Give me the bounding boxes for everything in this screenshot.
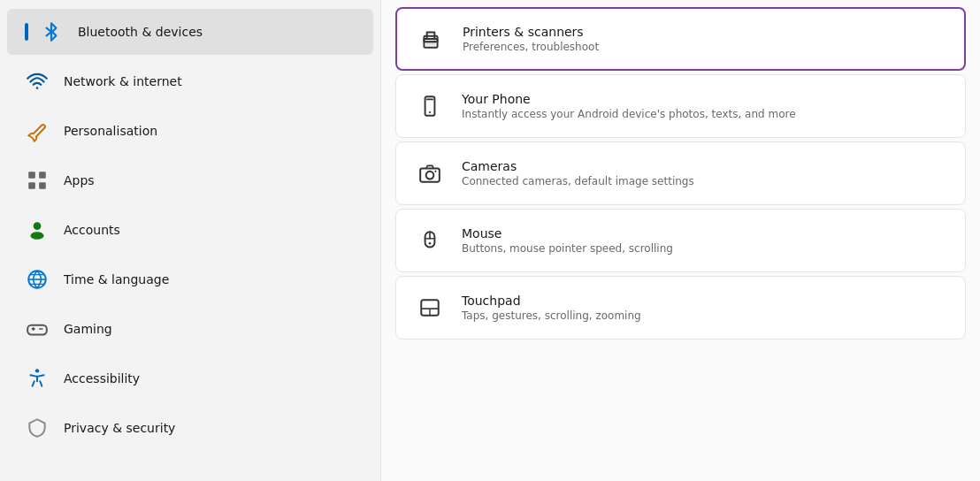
sidebar-item-privacy-security[interactable]: Privacy & security <box>7 405 373 451</box>
svg-rect-1 <box>28 172 35 179</box>
sidebar-item-apps[interactable]: Apps <box>7 157 373 203</box>
sidebar-item-label: Privacy & security <box>64 421 175 435</box>
svg-point-17 <box>429 111 431 113</box>
card-subtitle: Instantly access your Android device's p… <box>462 108 796 120</box>
apps-icon <box>25 168 50 193</box>
svg-point-10 <box>41 328 42 330</box>
card-title: Cameras <box>462 159 694 173</box>
sidebar-item-label: Time & language <box>64 272 169 286</box>
card-text-mouse: Mouse Buttons, mouse pointer speed, scro… <box>462 226 673 255</box>
sidebar-item-time-language[interactable]: Time & language <box>7 256 373 302</box>
card-text-your-phone: Your Phone Instantly access your Android… <box>462 92 796 120</box>
sidebar-item-gaming[interactable]: Gaming <box>7 306 373 352</box>
card-mouse[interactable]: Mouse Buttons, mouse pointer speed, scro… <box>395 209 966 272</box>
touchpad-icon <box>414 292 446 324</box>
phone-icon <box>414 90 446 122</box>
shield-icon <box>25 416 50 440</box>
wifi-icon <box>25 69 50 94</box>
sidebar-item-label: Network & internet <box>64 74 182 88</box>
svg-point-11 <box>35 369 39 372</box>
globe-icon <box>25 267 50 292</box>
card-text-printers-scanners: Printers & scanners Preferences, trouble… <box>463 25 599 53</box>
card-subtitle: Preferences, troubleshoot <box>463 41 599 53</box>
sidebar-item-label: Accessibility <box>64 371 140 386</box>
active-indicator <box>25 23 28 41</box>
main-content: Printers & scanners Preferences, trouble… <box>380 0 980 481</box>
svg-point-9 <box>39 328 41 330</box>
svg-rect-2 <box>39 172 46 179</box>
accessibility-icon <box>25 366 50 391</box>
svg-rect-3 <box>28 182 35 189</box>
svg-rect-4 <box>39 182 46 189</box>
card-title: Your Phone <box>462 92 796 106</box>
sidebar-item-network-internet[interactable]: Network & internet <box>7 58 373 104</box>
sidebar-item-label: Accounts <box>64 223 120 237</box>
card-text-touchpad: Touchpad Taps, gestures, scrolling, zoom… <box>462 294 641 322</box>
card-title: Mouse <box>462 226 673 240</box>
sidebar-item-bluetooth-devices[interactable]: Bluetooth & devices <box>7 9 373 55</box>
card-text-cameras: Cameras Connected cameras, default image… <box>462 159 694 187</box>
card-title: Printers & scanners <box>463 25 599 39</box>
svg-point-5 <box>34 222 42 230</box>
sidebar-item-label: Personalisation <box>64 124 157 138</box>
svg-rect-8 <box>27 325 47 335</box>
brush-icon <box>25 118 50 143</box>
svg-point-0 <box>36 87 39 89</box>
sidebar-item-label: Bluetooth & devices <box>78 25 203 39</box>
sidebar-item-accounts[interactable]: Accounts <box>7 207 373 253</box>
svg-point-19 <box>426 172 434 179</box>
card-subtitle: Connected cameras, default image setting… <box>462 175 694 187</box>
sidebar-item-label: Gaming <box>64 322 112 336</box>
sidebar-item-personalisation[interactable]: Personalisation <box>7 108 373 154</box>
card-your-phone[interactable]: Your Phone Instantly access your Android… <box>395 74 966 138</box>
mouse-icon <box>414 225 446 256</box>
printer-icon <box>415 23 447 55</box>
sidebar-item-label: Apps <box>64 173 95 187</box>
card-cameras[interactable]: Cameras Connected cameras, default image… <box>395 141 966 205</box>
gaming-icon <box>25 317 50 341</box>
card-subtitle: Taps, gestures, scrolling, zooming <box>462 309 641 322</box>
account-icon <box>25 218 50 242</box>
card-title: Touchpad <box>462 294 641 308</box>
sidebar: Bluetooth & devices Network & internet P… <box>0 0 380 481</box>
sidebar-item-accessibility[interactable]: Accessibility <box>7 355 373 401</box>
svg-rect-18 <box>420 169 440 182</box>
card-touchpad[interactable]: Touchpad Taps, gestures, scrolling, zoom… <box>395 276 966 340</box>
svg-point-6 <box>30 232 43 240</box>
camera-icon <box>414 157 446 189</box>
bluetooth-icon <box>39 19 64 44</box>
card-subtitle: Buttons, mouse pointer speed, scrolling <box>462 242 673 255</box>
card-printers-scanners[interactable]: Printers & scanners Preferences, trouble… <box>395 7 966 71</box>
svg-point-20 <box>434 171 436 172</box>
svg-point-22 <box>429 242 432 245</box>
